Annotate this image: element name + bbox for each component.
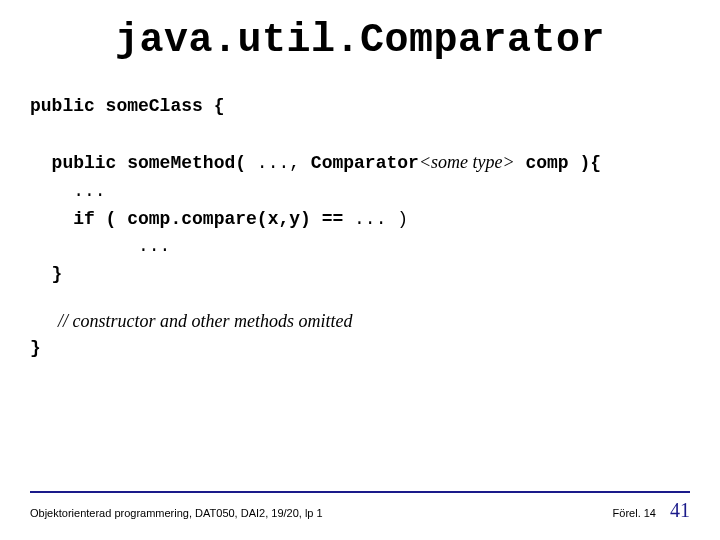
slide-footer: Objektorienterad programmering, DAT050, … (30, 491, 690, 522)
footer-page-number: 41 (670, 499, 690, 522)
footer-row: Objektorienterad programmering, DAT050, … (30, 499, 690, 522)
footer-lecture: Förel. 14 (613, 507, 656, 519)
code-line-2-generic: <some type> (419, 152, 515, 172)
code-line-2-end: comp ){ (515, 153, 601, 173)
code-line-4b: ... ) (354, 209, 408, 229)
slide-container: java.util.Comparator public someClass { … (0, 0, 720, 540)
slide-title: java.util.Comparator (40, 18, 680, 63)
footer-right: Förel. 14 41 (613, 499, 690, 522)
code-comment: // constructor and other methods omitted (58, 311, 680, 332)
code-block: public someClass { public someMethod( ..… (30, 93, 680, 289)
code-line-4a: if ( comp.compare(x,y) == (30, 209, 354, 229)
code-line-6: } (30, 264, 62, 284)
footer-left: Objektorienterad programmering, DAT050, … (30, 507, 323, 519)
code-line-2-comparator: Comparator (311, 153, 419, 173)
footer-divider (30, 491, 690, 493)
code-line-2-public: public someMethod( (30, 153, 257, 173)
code-line-3: ... (30, 181, 106, 201)
code-close: } (30, 338, 680, 358)
code-line-5: ... (30, 236, 170, 256)
code-line-1: public someClass { (30, 96, 224, 116)
code-line-2-dots: ..., (257, 153, 311, 173)
